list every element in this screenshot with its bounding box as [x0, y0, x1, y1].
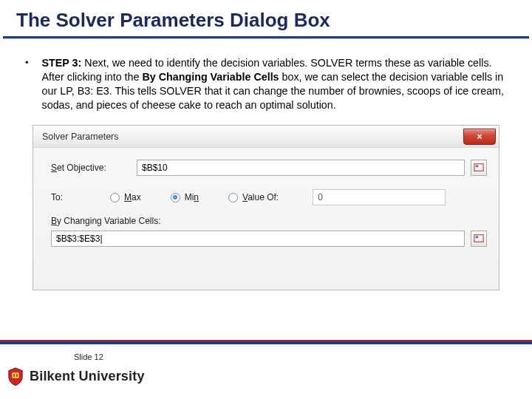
- svg-rect-0: [474, 164, 483, 171]
- changing-cells-row: [51, 231, 487, 247]
- dialog-title: Solver Parameters: [42, 132, 119, 142]
- step-paragraph: STEP 3: Next, we need to identify the de…: [42, 56, 507, 112]
- radio-max-label: Max: [124, 192, 141, 202]
- shield-icon: [7, 367, 24, 386]
- university-name: Bilkent University: [30, 369, 145, 384]
- to-row: To: Max Min Value Of:: [51, 189, 487, 205]
- dialog-screenshot: Solver Parameters × Set Objective: To:: [33, 125, 499, 290]
- step-label: STEP 3:: [42, 57, 82, 69]
- step-bold-1: By Changing Variable Cells: [142, 71, 279, 83]
- close-icon: ×: [477, 132, 482, 142]
- radio-max[interactable]: Max: [110, 192, 141, 202]
- bullet-row: • STEP 3: Next, we need to identify the …: [25, 56, 507, 112]
- svg-rect-1: [476, 166, 479, 168]
- changing-cells-label: By Changing Variable Cells:: [51, 216, 487, 226]
- set-objective-row: Set Objective:: [51, 160, 487, 176]
- close-button[interactable]: ×: [463, 129, 496, 145]
- to-label: To:: [51, 192, 81, 202]
- slide-body: • STEP 3: Next, we need to identify the …: [0, 38, 532, 290]
- valueof-input[interactable]: [313, 189, 446, 205]
- bullet-dot: •: [25, 56, 29, 112]
- university-logo: Bilkent University: [7, 367, 145, 386]
- footer-bar: [0, 340, 532, 344]
- radio-min-label: Min: [185, 192, 199, 202]
- changing-cells-input[interactable]: [51, 231, 465, 247]
- radio-valueof[interactable]: Value Of:: [228, 192, 279, 202]
- dialog-body: Set Objective: To: Max Min: [33, 148, 499, 247]
- radio-valueof-indicator: [228, 193, 238, 202]
- dialog-titlebar: Solver Parameters ×: [33, 126, 499, 148]
- range-picker-button-objective[interactable]: [471, 160, 487, 176]
- svg-rect-4: [12, 372, 18, 378]
- radio-min[interactable]: Min: [171, 192, 199, 202]
- range-picker-button-cells[interactable]: [471, 231, 487, 247]
- range-picker-icon: [474, 163, 484, 173]
- svg-rect-3: [476, 236, 479, 239]
- slide-number: Slide 12: [74, 352, 103, 361]
- svg-rect-6: [16, 374, 18, 377]
- radio-max-indicator: [110, 193, 120, 202]
- radio-min-indicator: [171, 193, 180, 202]
- svg-rect-2: [474, 235, 483, 242]
- range-picker-icon: [474, 233, 484, 244]
- set-objective-input[interactable]: [137, 160, 465, 176]
- svg-rect-5: [13, 374, 15, 377]
- set-objective-label: Set Objective:: [51, 163, 131, 173]
- slide-title: The Solver Parameters Dialog Box: [0, 0, 532, 36]
- radio-valueof-label: Value Of:: [242, 192, 279, 202]
